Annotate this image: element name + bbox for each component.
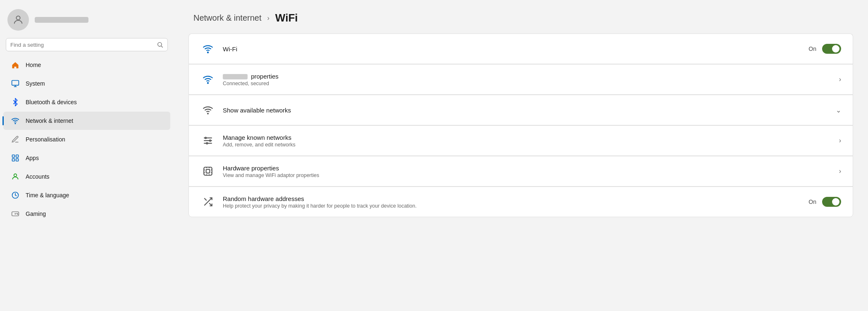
wifi-toggle-title: Wi-Fi bbox=[223, 45, 808, 53]
svg-rect-7 bbox=[12, 155, 15, 158]
accounts-icon bbox=[11, 172, 20, 181]
svg-rect-3 bbox=[12, 81, 19, 86]
svg-rect-10 bbox=[16, 159, 19, 161]
svg-point-20 bbox=[207, 113, 208, 114]
hardware-properties-card[interactable]: Hardware properties View and manage WiFi… bbox=[188, 156, 853, 186]
manage-networks-card[interactable]: Manage known networks Add, remove, and e… bbox=[188, 125, 853, 156]
hardware-properties-right: › bbox=[839, 167, 841, 175]
settings-list: Wi-Fi On properties bbox=[174, 33, 868, 232]
svg-point-16 bbox=[17, 213, 17, 214]
sidebar-item-label-accounts: Accounts bbox=[26, 173, 50, 180]
svg-point-27 bbox=[206, 143, 207, 144]
personalize-icon bbox=[11, 135, 20, 144]
random-addresses-icon bbox=[200, 194, 215, 209]
sidebar-item-personalisation[interactable]: Personalisation bbox=[3, 130, 170, 148]
show-networks-card[interactable]: Show available networks ⌄ bbox=[188, 95, 853, 125]
manage-networks-subtitle: Add, remove, and edit networks bbox=[223, 142, 839, 148]
svg-point-11 bbox=[14, 174, 17, 177]
breadcrumb-parent[interactable]: Network & internet bbox=[193, 13, 262, 23]
gaming-icon bbox=[11, 209, 20, 218]
svg-point-25 bbox=[205, 137, 206, 139]
wifi-properties-right: › bbox=[839, 76, 841, 83]
main-content: Network & internet › WiFi Wi-Fi On bbox=[174, 0, 868, 311]
sidebar-item-apps[interactable]: Apps bbox=[3, 149, 170, 167]
wifi-properties-subtitle: Connected, secured bbox=[223, 81, 839, 86]
search-box[interactable] bbox=[6, 38, 168, 51]
show-networks-title: Show available networks bbox=[223, 107, 836, 114]
breadcrumb-current: WiFi bbox=[275, 12, 298, 24]
svg-point-17 bbox=[17, 214, 18, 214]
home-icon bbox=[11, 60, 20, 69]
svg-point-19 bbox=[207, 83, 208, 84]
random-addresses-title: Random hardware addresses bbox=[223, 195, 808, 202]
network-icon bbox=[11, 116, 20, 125]
sidebar-item-label-apps: Apps bbox=[26, 155, 39, 161]
sidebar-item-gaming[interactable]: Gaming bbox=[3, 205, 170, 223]
bluetooth-icon bbox=[11, 98, 20, 107]
svg-rect-9 bbox=[12, 159, 15, 161]
wifi-icon bbox=[200, 41, 215, 56]
svg-line-2 bbox=[161, 46, 163, 48]
manage-networks-title: Manage known networks bbox=[223, 134, 839, 141]
hardware-properties-title: Hardware properties bbox=[223, 165, 839, 172]
sidebar-item-bluetooth[interactable]: Bluetooth & devices bbox=[3, 93, 170, 111]
sidebar-item-label-personalisation: Personalisation bbox=[26, 136, 65, 143]
sidebar-item-network[interactable]: Network & internet bbox=[3, 112, 170, 130]
svg-rect-29 bbox=[206, 170, 210, 173]
wifi-toggle-text: Wi-Fi bbox=[223, 45, 808, 53]
page-header: Network & internet › WiFi bbox=[174, 0, 868, 33]
wifi-toggle-label: On bbox=[808, 45, 816, 52]
sidebar-item-accounts[interactable]: Accounts bbox=[3, 167, 170, 186]
manage-networks-text: Manage known networks Add, remove, and e… bbox=[223, 134, 839, 148]
user-area bbox=[0, 0, 174, 38]
hardware-properties-icon bbox=[200, 164, 215, 179]
chevron-right-icon-2: › bbox=[839, 137, 841, 144]
chevron-right-icon-3: › bbox=[839, 167, 841, 175]
sidebar: Home System Bluetooth & devices bbox=[0, 0, 174, 311]
apps-icon bbox=[11, 153, 20, 163]
wifi-properties-text: properties Connected, secured bbox=[223, 73, 839, 86]
sidebar-item-home[interactable]: Home bbox=[3, 56, 170, 74]
sidebar-item-label-gaming: Gaming bbox=[26, 211, 46, 217]
svg-point-26 bbox=[210, 140, 211, 141]
system-icon bbox=[11, 79, 20, 88]
random-addresses-card[interactable]: Random hardware addresses Help protect y… bbox=[188, 187, 853, 217]
manage-networks-right: › bbox=[839, 137, 841, 144]
breadcrumb-separator: › bbox=[267, 14, 269, 22]
nav-list: Home System Bluetooth & devices bbox=[0, 55, 174, 311]
wifi-toggle-switch[interactable] bbox=[822, 44, 841, 54]
sidebar-item-label-bluetooth: Bluetooth & devices bbox=[26, 99, 77, 105]
sidebar-item-label-time: Time & language bbox=[26, 192, 69, 199]
random-toggle-label: On bbox=[808, 199, 816, 205]
random-addresses-subtitle: Help protect your privacy by making it h… bbox=[223, 203, 808, 209]
wifi-properties-card[interactable]: properties Connected, secured › bbox=[188, 64, 853, 94]
sidebar-item-label-system: System bbox=[26, 80, 45, 87]
svg-line-40 bbox=[204, 198, 206, 200]
time-icon bbox=[11, 191, 20, 200]
chevron-down-icon: ⌄ bbox=[836, 106, 841, 114]
random-addresses-text: Random hardware addresses Help protect y… bbox=[223, 195, 808, 209]
svg-point-6 bbox=[15, 123, 16, 124]
random-addresses-right: On bbox=[808, 197, 841, 207]
show-networks-icon bbox=[200, 103, 215, 117]
hardware-properties-subtitle: View and manage WiFi adaptor properties bbox=[223, 172, 839, 178]
wifi-connected-icon bbox=[200, 72, 215, 87]
search-input[interactable] bbox=[10, 42, 153, 48]
user-name-blurred bbox=[35, 17, 88, 23]
search-icon bbox=[157, 41, 163, 48]
svg-point-18 bbox=[207, 52, 208, 53]
avatar[interactable] bbox=[7, 9, 29, 31]
sidebar-item-system[interactable]: System bbox=[3, 74, 170, 93]
show-networks-right: ⌄ bbox=[836, 106, 841, 114]
wifi-toggle-card[interactable]: Wi-Fi On bbox=[188, 33, 853, 64]
sidebar-item-time[interactable]: Time & language bbox=[3, 186, 170, 204]
show-networks-text: Show available networks bbox=[223, 107, 836, 114]
random-toggle-switch[interactable] bbox=[822, 197, 841, 207]
hardware-properties-text: Hardware properties View and manage WiFi… bbox=[223, 165, 839, 178]
svg-point-1 bbox=[158, 43, 162, 46]
wifi-toggle-right: On bbox=[808, 44, 841, 54]
svg-rect-28 bbox=[204, 167, 212, 175]
chevron-right-icon: › bbox=[839, 76, 841, 83]
wifi-properties-title: properties bbox=[223, 73, 839, 80]
sidebar-item-label-network: Network & internet bbox=[26, 117, 73, 124]
